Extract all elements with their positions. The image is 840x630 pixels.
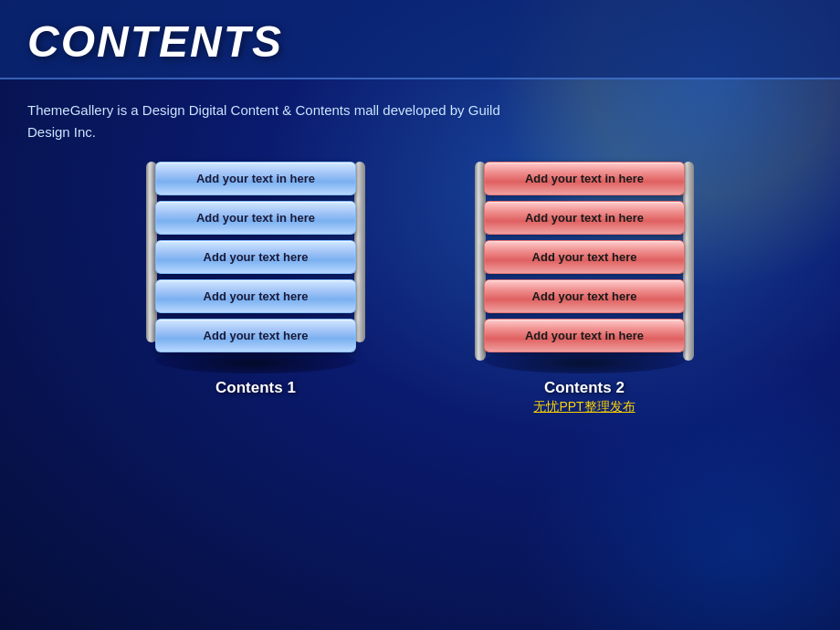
title-bar: CONTENTS	[0, 0, 840, 79]
list-item[interactable]: Add your text here	[484, 279, 685, 313]
column-1-footer: Contents 1	[215, 373, 296, 397]
column-1: Add your text in here Add your text in h…	[119, 162, 393, 397]
footer-link[interactable]: 无忧PPT整理发布	[533, 399, 635, 415]
buttons-wrap-2: Add your text in here Add your text in h…	[466, 162, 703, 352]
list-item[interactable]: Add your text here	[155, 319, 356, 352]
list-item[interactable]: Add your text in here	[484, 201, 685, 235]
page-content: CONTENTS ThemeGallery is a Design Digita…	[0, 0, 840, 630]
column-1-label: Contents 1	[215, 379, 296, 397]
buttons-wrap-1: Add your text in here Add your text in h…	[137, 162, 374, 352]
list-item[interactable]: Add your text in here	[155, 162, 356, 195]
page-title: CONTENTS	[27, 17, 283, 66]
list-item[interactable]: Add your text here	[155, 240, 356, 274]
list-item[interactable]: Add your text here	[484, 240, 685, 274]
column-2-footer: Contents 2 无忧PPT整理发布	[533, 373, 635, 415]
column-2-label: Contents 2	[544, 379, 625, 397]
main-area: Add your text in here Add your text in h…	[0, 152, 840, 630]
list-item[interactable]: Add your text in here	[484, 319, 685, 352]
list-item[interactable]: Add your text in here	[155, 201, 356, 235]
list-item[interactable]: Add your text in here	[484, 162, 685, 195]
list-item[interactable]: Add your text here	[155, 279, 356, 313]
column-2: Add your text in here Add your text in h…	[447, 162, 721, 415]
subtitle-text: ThemeGallery is a Design Digital Content…	[0, 79, 548, 152]
